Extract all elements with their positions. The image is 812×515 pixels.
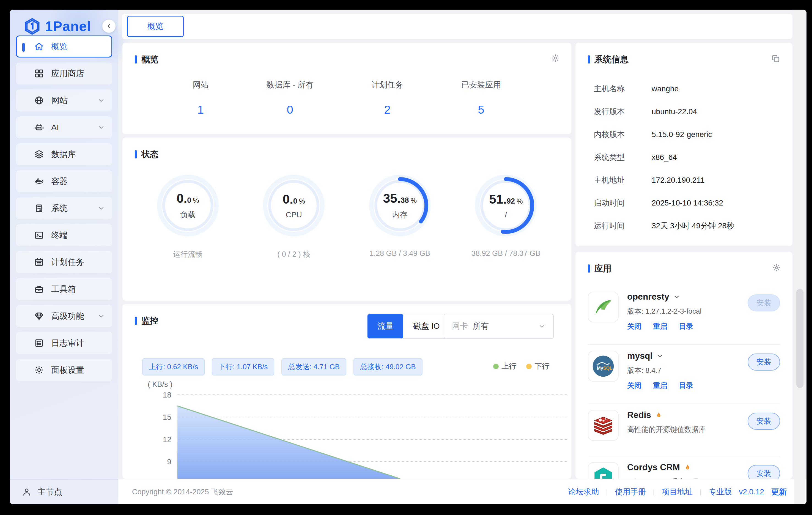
update-link[interactable]: 更新 <box>771 487 787 497</box>
active-indicator <box>22 43 25 52</box>
app-row-mysql: MySQL mysql 版本: 8.4.7 关闭 重启 目录 安装 <box>588 351 780 398</box>
apps-card-title: 应用 <box>588 263 780 274</box>
sidebar-item-app-store[interactable]: 应用商店 <box>16 62 112 84</box>
sidebar-item-advanced[interactable]: 高级功能 <box>16 305 112 327</box>
apps-settings-button[interactable] <box>772 263 781 272</box>
footer-links: 论坛求助 | 使用手册 | 项目地址 | 专业版 v2.0.12 更新 <box>568 487 787 497</box>
log-list-icon <box>34 338 44 348</box>
sidebar-item-settings[interactable]: 面板设置 <box>16 359 112 381</box>
app-name[interactable]: mysql <box>627 351 743 361</box>
sidebar-item-label: 日志审计 <box>51 338 84 349</box>
divider <box>588 456 780 456</box>
gauge-label: / <box>505 210 507 219</box>
sidebar-item-terminal[interactable]: 终端 <box>16 224 112 246</box>
monitor-mode-toggle: 流量 磁盘 IO <box>367 314 450 339</box>
copy-button[interactable] <box>771 54 780 63</box>
app-directory-link[interactable]: 目录 <box>679 381 693 390</box>
install-button[interactable]: 安装 <box>748 353 780 371</box>
logo[interactable]: 1Panel <box>23 17 91 35</box>
stat-value-link[interactable]: 0 <box>266 103 314 116</box>
sidebar-item-label: 数据库 <box>51 149 76 160</box>
sidebar-item-logs[interactable]: 日志审计 <box>16 332 112 354</box>
sidebar-item-overview[interactable]: 概览 <box>16 35 112 57</box>
app-name[interactable]: openresty <box>627 292 743 302</box>
title-accent-bar <box>135 55 137 63</box>
overview-settings-button[interactable] <box>551 54 560 62</box>
gear-icon <box>34 365 44 375</box>
svg-text:15: 15 <box>163 413 171 422</box>
gauge-caption: ( 0 / 2 ) 核 <box>277 249 310 259</box>
app-stop-link[interactable]: 关闭 <box>627 381 641 390</box>
status-card: 状态 0.0% 负载 运行流畅 <box>122 138 571 301</box>
install-button[interactable]: 安装 <box>748 294 780 311</box>
gauges-row: 0.0% 负载 运行流畅 0.0% CPU <box>135 174 559 259</box>
app-actions: 关闭 重启 目录 <box>627 381 743 390</box>
user-icon <box>22 487 31 496</box>
scrollbar-thumb[interactable] <box>796 289 804 388</box>
user-manual-link[interactable]: 使用手册 <box>615 487 646 497</box>
divider: | <box>606 488 608 496</box>
network-card-select[interactable]: 网卡 所有 <box>444 314 554 339</box>
chevron-left-icon <box>105 23 113 30</box>
cordys-crm-logo <box>588 462 619 479</box>
app-restart-link[interactable]: 重启 <box>653 322 667 331</box>
server-icon <box>34 203 44 213</box>
app-row-redis: Redis 高性能的开源键值数据库 安装 <box>588 410 780 451</box>
legend-downstream[interactable]: 下行 <box>526 361 549 371</box>
pro-edition-link[interactable]: 专业版 <box>708 487 732 497</box>
tab-label: 概览 <box>147 21 164 32</box>
legend-upstream[interactable]: 上行 <box>493 361 516 371</box>
app-row-cordys-crm: Cordys CRM 开源 AI CRM 系统，是 Salesforce CRM… <box>588 462 780 479</box>
stat-value-link[interactable]: 5 <box>461 103 501 116</box>
footer: Copyright © 2014-2025 飞致云 论坛求助 | 使用手册 | … <box>118 479 807 504</box>
app-name[interactable]: Redis <box>627 410 743 420</box>
sidebar-item-cron[interactable]: 计划任务 <box>16 251 112 273</box>
sidebar-collapse-button[interactable] <box>102 20 116 33</box>
stat-value-link[interactable]: 1 <box>193 103 208 116</box>
chevron-down-icon <box>538 323 546 330</box>
master-node-selector[interactable]: 主节点 <box>10 479 118 504</box>
home-icon <box>34 41 44 52</box>
app-row-openresty: openresty 版本: 1.27.1.2-2-3-focal 关闭 重启 目… <box>588 292 780 338</box>
sidebar-item-label: 网站 <box>51 95 68 106</box>
sidebar-item-container[interactable]: 容器 <box>16 170 112 192</box>
svg-text:12: 12 <box>163 435 171 444</box>
database-layers-icon <box>34 149 44 159</box>
title-accent-bar <box>588 55 590 63</box>
sidebar-item-database[interactable]: 数据库 <box>16 143 112 165</box>
tab-overview[interactable]: 概览 <box>127 16 184 37</box>
page-scrollbar[interactable] <box>794 10 805 504</box>
info-row-kernel: 内核版本5.15.0-92-generic <box>588 123 780 146</box>
divider: | <box>653 488 655 496</box>
sidebar-item-ai[interactable]: AI <box>16 116 112 138</box>
chart-y-unit-label: ( KB/s ) <box>148 380 172 389</box>
sidebar-item-website[interactable]: 网站 <box>16 89 112 111</box>
gauge-label: CPU <box>286 210 302 219</box>
app-directory-link[interactable]: 目录 <box>679 322 693 331</box>
sidebar-item-label: 计划任务 <box>51 257 84 268</box>
gauge-caption: 1.28 GB / 3.49 GB <box>370 249 430 258</box>
install-button[interactable]: 安装 <box>748 465 780 479</box>
gauge-caption: 运行流畅 <box>173 249 203 259</box>
apps-card: 应用 openresty 版本: 1.27.1.2-2-3-focal 关闭 重… <box>575 252 792 479</box>
stat-value-link[interactable]: 2 <box>371 103 403 116</box>
project-address-link[interactable]: 项目地址 <box>662 487 693 497</box>
sidebar-item-toolbox[interactable]: 工具箱 <box>16 278 112 300</box>
sidebar-item-label: 概览 <box>51 41 68 52</box>
copy-icon <box>771 54 780 63</box>
forum-help-link[interactable]: 论坛求助 <box>568 487 599 497</box>
stat-databases: 数据库 - 所有 0 <box>266 80 314 116</box>
app-restart-link[interactable]: 重启 <box>653 381 667 390</box>
app-name[interactable]: Cordys CRM <box>627 462 743 473</box>
app-description: 开源 AI CRM 系统，是 Salesforce CRM 的开源替代 <box>627 477 737 479</box>
sidebar-item-system[interactable]: 系统 <box>16 197 112 219</box>
install-button[interactable]: 安装 <box>748 413 780 430</box>
info-row-distro: 发行版本ubuntu-22.04 <box>588 100 780 123</box>
tab-traffic[interactable]: 流量 <box>368 314 403 338</box>
gauge-label: 负载 <box>180 210 196 220</box>
tab-disk-io[interactable]: 磁盘 IO <box>403 314 450 338</box>
header-bar: 概览 <box>122 14 792 39</box>
badge-downstream: 下行: 1.07 KB/s <box>212 358 274 375</box>
app-stop-link[interactable]: 关闭 <box>627 322 641 331</box>
status-card-title: 状态 <box>135 148 559 160</box>
